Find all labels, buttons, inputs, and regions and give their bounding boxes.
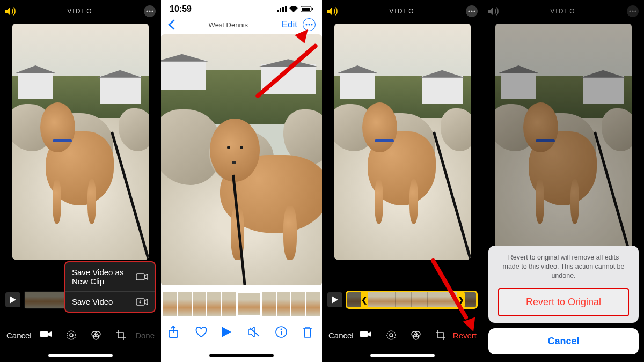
video-tool-icon[interactable] [40,330,52,341]
svg-rect-14 [285,6,287,12]
more-icon[interactable] [466,5,478,17]
editor-panel-save-menu: VIDEO Save Video as New Cli [0,0,161,362]
svg-point-35 [632,10,633,12]
svg-rect-5 [40,331,48,337]
filters-tool-icon[interactable] [411,330,421,341]
home-indicator[interactable] [370,354,435,357]
svg-point-19 [308,24,310,26]
adjust-tool-icon[interactable] [386,330,397,341]
more-circle-icon[interactable] [303,18,316,31]
svg-point-26 [471,10,472,12]
svg-rect-16 [302,8,310,11]
edit-button[interactable]: Edit [282,19,297,30]
volume-icon[interactable] [5,7,16,16]
svg-point-36 [634,10,636,12]
video-preview[interactable] [12,24,149,260]
done-button: Done [135,331,155,340]
mode-title: VIDEO [67,8,92,15]
more-icon [627,5,639,17]
svg-point-27 [473,10,475,12]
favorite-icon[interactable] [195,326,208,338]
volume-icon[interactable] [327,7,338,16]
share-icon[interactable] [168,326,181,338]
home-indicator[interactable] [48,354,113,357]
svg-rect-17 [312,8,313,10]
home-indicator[interactable] [209,354,274,357]
svg-rect-3 [136,274,144,280]
photo-main[interactable] [161,34,322,285]
timeline-scrubber[interactable]: ❮ ❯ [346,291,478,309]
video-preview[interactable] [334,24,471,260]
svg-rect-28 [360,331,368,337]
svg-point-30 [390,334,393,337]
play-button[interactable] [5,292,20,307]
mute-icon[interactable] [248,327,261,337]
svg-point-0 [146,10,148,12]
sheet-cancel-button[interactable]: Cancel [488,328,639,354]
svg-point-29 [387,331,396,339]
sheet-message: Revert to original will remove all edits… [488,246,639,288]
camera-plus-icon [136,272,148,281]
svg-rect-24 [281,331,282,335]
action-sheet: Revert to original will remove all edits… [488,246,639,354]
save-as-new-clip-label: Save Video as New Clip [72,268,136,286]
svg-point-1 [149,10,150,12]
volume-icon [488,7,499,16]
video-tool-icon[interactable] [360,330,372,341]
svg-point-2 [151,10,153,12]
svg-point-23 [281,329,282,330]
editor-panel-revert: VIDEO [322,0,483,362]
svg-point-20 [311,24,312,26]
save-video-label: Save Video [72,297,113,306]
editor-panel-revert-sheet: VIDEO Revert to original will remove all… [483,0,644,362]
status-time: 10:59 [170,4,192,14]
cancel-button[interactable]: Cancel [6,331,32,340]
trash-icon[interactable] [302,326,315,338]
info-icon[interactable] [275,326,288,338]
adjust-tool-icon[interactable] [66,330,77,341]
crop-tool-icon[interactable] [115,330,126,341]
trim-handle-right[interactable]: ❯ [457,291,465,309]
photos-viewer-panel: 10:59 West Dennis Edit [161,0,322,362]
revert-button[interactable]: Revert [453,331,477,340]
trim-handle-left[interactable]: ❮ [361,291,368,309]
mode-title: VIDEO [550,8,575,15]
svg-point-25 [468,10,470,12]
location-title: West Dennis [209,21,248,29]
mode-title: VIDEO [389,8,414,15]
camera-down-icon [136,298,148,306]
status-icons [277,6,313,12]
revert-to-original-button[interactable]: Revert to Original [498,288,629,316]
video-preview [495,24,632,260]
play-button[interactable] [327,292,342,307]
cancel-button[interactable]: Cancel [328,331,354,340]
back-button[interactable] [167,19,175,30]
save-menu: Save Video as New Clip Save Video [64,261,156,313]
svg-rect-11 [277,10,279,12]
svg-point-7 [70,334,73,337]
svg-point-34 [629,10,631,12]
svg-rect-13 [282,7,284,12]
crop-tool-icon[interactable] [435,330,446,341]
svg-rect-12 [280,8,281,12]
svg-point-6 [67,331,76,339]
svg-point-18 [305,24,307,26]
thumbnail-strip[interactable] [161,292,322,316]
more-icon[interactable] [144,5,156,17]
play-icon[interactable] [222,327,235,337]
save-video[interactable]: Save Video [65,292,155,312]
filters-tool-icon[interactable] [91,330,101,341]
save-as-new-clip[interactable]: Save Video as New Clip [65,262,155,292]
